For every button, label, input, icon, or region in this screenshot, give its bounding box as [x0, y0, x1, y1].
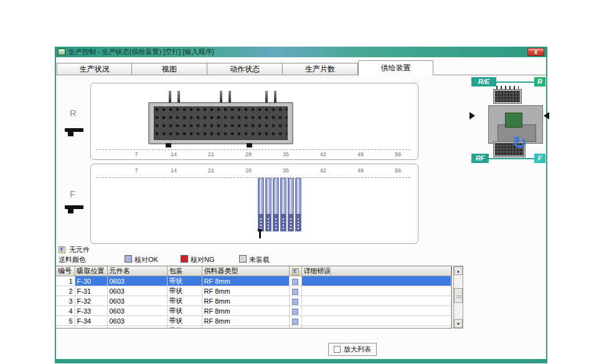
- table-scrollbar[interactable]: ▲ ▼: [453, 266, 463, 329]
- ruler-tick: 21: [205, 167, 217, 174]
- col-error-detail[interactable]: 详细错误: [301, 266, 451, 276]
- scrollbar-thumb[interactable]: [454, 288, 463, 303]
- close-button[interactable]: x: [527, 48, 544, 56]
- component-pin: [265, 91, 268, 103]
- tab-action-status[interactable]: 动作状态: [207, 63, 283, 75]
- window-border-bottom: [55, 359, 547, 363]
- feeder-table: 编号 吸取位置 元件名 包装 供料器类型 E 详细错误 1 F-30 0603 …: [56, 266, 451, 329]
- feeder-head-icon: [65, 203, 83, 214]
- mini-connector-top: [493, 89, 522, 104]
- table-row[interactable]: 1 F-30 0603 带状 RF 8mm: [56, 276, 451, 286]
- ruler-tick: 42: [317, 151, 329, 157]
- tab-production-status[interactable]: 生产状况: [57, 63, 132, 75]
- machine-camera-window: [505, 113, 522, 128]
- ruler-tick: 42: [317, 167, 329, 174]
- tab-view[interactable]: 视图: [132, 63, 207, 75]
- cell-flag: [289, 286, 301, 296]
- ruler-tick: 28: [242, 167, 255, 174]
- cell-no: 4: [56, 306, 75, 316]
- cell-feeder-type: RF 8mm: [202, 306, 289, 316]
- tabstrip: 生产状况 视图 动作状态 生产片数 供给装置: [57, 60, 433, 75]
- component-pin: [177, 91, 180, 103]
- table-header-row: 编号 吸取位置 元件名 包装 供料器类型 E 详细错误: [56, 266, 451, 276]
- no-part-icon: E: [292, 268, 299, 275]
- enlarge-list-label: 放大列表: [344, 345, 371, 354]
- cell-part-name: 0603: [107, 286, 167, 296]
- bank-f-label: F: [70, 189, 75, 199]
- cell-pickup-position: F-31: [75, 286, 107, 296]
- feeder-table-wrap: 编号 吸取位置 元件名 包装 供料器类型 E 详细错误 1 F-30 0603 …: [55, 266, 452, 329]
- flow-arrow-left-icon: [470, 112, 475, 119]
- table-row[interactable]: 4 F-33 0603 带状 RF 8mm: [56, 306, 451, 316]
- ng-label: 核对NG: [191, 255, 215, 264]
- feeder-strip: [288, 178, 294, 231]
- cell-packaging: 带状: [167, 296, 202, 306]
- cell-no: 1: [56, 276, 75, 286]
- feeder-strip-label: [258, 214, 263, 231]
- app-icon: [58, 49, 65, 55]
- rotate-refresh-icon[interactable]: ↻: [512, 135, 527, 152]
- check-ok-icon: [292, 309, 298, 315]
- legend-feed-colors: 送料颜色 核对OK 核对NG 未装载: [59, 255, 320, 264]
- cell-feeder-type: RF 8mm: [202, 286, 289, 296]
- cell-feeder-type: RF 8mm: [202, 296, 289, 306]
- ok-color-swatch: [125, 255, 132, 263]
- ruler-tick: 35: [280, 167, 292, 174]
- ng-color-swatch: [181, 255, 188, 263]
- scroll-down-icon[interactable]: ▼: [454, 319, 463, 328]
- board-component: [148, 102, 293, 144]
- component-pin-grid: [154, 106, 288, 140]
- table-row[interactable]: 2 F-31 0603 带状 RF 8mm: [56, 286, 451, 296]
- col-packaging[interactable]: 包装: [167, 266, 202, 276]
- col-feeder-type[interactable]: 供料器类型: [202, 266, 289, 276]
- cell-packaging: 带状: [167, 316, 202, 326]
- ruler-tick: 14: [168, 167, 180, 174]
- enlarge-list-control[interactable]: 放大列表: [328, 343, 377, 356]
- cell-pickup-position: F-32: [75, 296, 107, 306]
- cell-flag: [289, 276, 301, 286]
- cell-part-name: 0603: [107, 326, 167, 329]
- cell-part-name: 0603: [107, 276, 167, 286]
- col-pickup-position[interactable]: 吸取位置: [75, 266, 107, 276]
- cell-packaging: 带状: [167, 286, 202, 296]
- cell-pickup-position: F-35: [75, 326, 107, 329]
- cell-flag: [289, 306, 301, 316]
- feeder-strip: [273, 178, 279, 231]
- col-flag[interactable]: E: [289, 266, 301, 276]
- table-row[interactable]: 5 F-34 0603 带状 RF 8mm: [56, 316, 451, 326]
- cell-part-name: 0603: [107, 306, 167, 316]
- col-part-name[interactable]: 元件名: [107, 266, 167, 276]
- ruler-tick: 28: [242, 151, 255, 157]
- position-pin-icon: [259, 229, 261, 238]
- scroll-up-icon[interactable]: ▲: [454, 266, 463, 275]
- fiducial-mark: [247, 143, 252, 147]
- feeder-strip-label: [273, 214, 278, 231]
- app-window: 生产控制 - 生产状态(供给装置) [空打] [输入顺序] x 生产状况 视图 …: [55, 47, 547, 363]
- table-row[interactable]: 6 F-35 0603 带状 RF 8mm: [56, 326, 451, 329]
- cell-no: 6: [56, 326, 75, 329]
- cell-error-detail: [301, 276, 451, 286]
- feed-color-label: 送料颜色: [59, 255, 86, 264]
- cell-no: 3: [56, 296, 75, 306]
- ruler-tick: 56: [392, 151, 404, 157]
- cell-feeder-type: RF 8mm: [202, 326, 289, 329]
- feeder-strip: [280, 178, 286, 231]
- feeder-strip-label: [288, 214, 293, 231]
- tab-production-count[interactable]: 生产片数: [283, 63, 358, 75]
- cell-packaging: 带状: [167, 326, 202, 329]
- tab-supply-device[interactable]: 供给装置: [358, 60, 433, 75]
- fiducial-mark: [166, 143, 171, 147]
- cell-flag: [289, 296, 301, 306]
- enlarge-list-checkbox[interactable]: [334, 346, 341, 353]
- check-ok-icon: [292, 289, 298, 295]
- col-no[interactable]: 编号: [56, 266, 75, 276]
- cell-packaging: 带状: [167, 276, 202, 286]
- table-row[interactable]: 3 F-32 0603 带状 RF 8mm: [56, 296, 451, 306]
- ruler-tick: 14: [168, 151, 180, 157]
- cell-part-name: 0603: [107, 316, 167, 326]
- component-pin: [169, 91, 171, 103]
- feeder-bank-r-panel: 7 14 21 28 35 42 49 56: [90, 83, 418, 160]
- component-pin: [274, 91, 276, 103]
- badge-rf: RF: [471, 154, 489, 163]
- badge-re: R/E: [471, 77, 496, 86]
